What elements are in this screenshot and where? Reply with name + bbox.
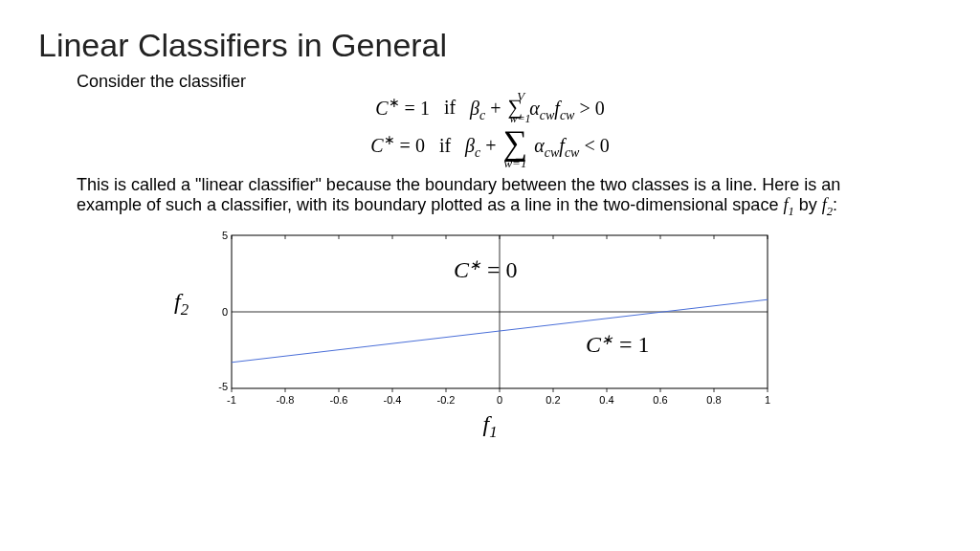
svg-text:C∗ = 1: C∗ = 1	[586, 332, 650, 357]
svg-text:5: 5	[222, 230, 228, 241]
eq2-sum-lower: w=1	[503, 157, 528, 169]
eq2-star: ∗	[384, 133, 395, 147]
svg-text:-0.2: -0.2	[437, 394, 456, 406]
eq2-if: if	[430, 135, 460, 156]
page-title: Linear Classifiers in General	[38, 27, 942, 64]
eq1-sum-upper: V	[517, 90, 524, 102]
svg-text:-0.8: -0.8	[277, 394, 295, 406]
region-c0: C∗ = 0	[454, 257, 518, 282]
body-colon: :	[833, 195, 837, 214]
eq1-f-sub: cw	[560, 107, 575, 121]
eq1-equals: =	[405, 97, 420, 118]
sigma-icon: ∑	[503, 125, 528, 160]
y-axis-label: f2	[174, 289, 189, 320]
eq1-beta: β	[470, 97, 479, 118]
eq1-alpha: α	[529, 97, 540, 118]
eq2-alpha-sub: cw	[545, 145, 560, 160]
eq1-star: ∗	[389, 96, 400, 110]
eq2-equals: =	[400, 135, 415, 156]
svg-text:0.2: 0.2	[546, 394, 560, 406]
slide: Linear Classifiers in General Consider t…	[0, 0, 980, 551]
svg-text:-0.6: -0.6	[330, 394, 348, 406]
eq1-plus: +	[490, 97, 501, 118]
svg-text:0.8: 0.8	[706, 394, 721, 406]
svg-text:0.4: 0.4	[599, 394, 613, 406]
chart: f2	[203, 226, 777, 438]
eq1-sum-lower: w=1	[509, 113, 530, 124]
svg-text:-0.4: -0.4	[384, 394, 402, 406]
svg-text:1: 1	[765, 394, 770, 406]
eq2-beta-sub: c	[475, 145, 480, 160]
eq2-plus: +	[485, 135, 496, 156]
svg-text:0: 0	[497, 394, 502, 406]
eq1-zero: 0	[595, 97, 605, 118]
eq2-cmp: <	[584, 135, 599, 156]
eq1-sum: ∑ V w=1	[508, 97, 523, 118]
chart-svg: -1 -0.8 -0.6 -0.4 -0.2 0 0.2 0.4 0.6 0.8…	[203, 226, 777, 417]
eq2-sum: ∑ w=1	[503, 125, 528, 169]
eq1-cmp: >	[579, 97, 594, 118]
body-by: by	[794, 195, 822, 214]
eq1-val: 1	[420, 97, 430, 118]
eq2-C: C	[370, 135, 383, 156]
eq2-zero: 0	[600, 135, 610, 156]
x-tick-labels: -1 -0.8 -0.6 -0.4 -0.2 0 0.2 0.4 0.6 0.8…	[227, 394, 770, 406]
svg-text:-5: -5	[218, 381, 228, 392]
x-axis-label: f1	[482, 411, 497, 442]
equation-1: C∗ = 1 if βc + ∑ V w=1 αcwfcw > 0	[38, 95, 942, 123]
svg-text:0: 0	[222, 306, 228, 318]
eq1-if: if	[434, 97, 465, 118]
body-a: This is called a "linear classifier" bec…	[77, 175, 840, 214]
equation-2: C∗ = 0 if βc + ∑ w=1 αcwfcw < 0	[38, 125, 942, 169]
y-tick-labels: 5 0 -5	[218, 230, 228, 392]
intro-text: Consider the classifier	[77, 72, 903, 92]
region-c1: C∗ = 1	[586, 332, 650, 357]
svg-text:C∗ = 0: C∗ = 0	[454, 257, 518, 282]
eq2-beta: β	[465, 135, 475, 156]
eq1-beta-sub: c	[479, 107, 485, 121]
body-text: This is called a "linear classifier" bec…	[77, 175, 903, 218]
svg-text:0.6: 0.6	[653, 394, 667, 406]
eq2-f-sub: cw	[565, 145, 580, 160]
eq1-alpha-sub: cw	[540, 107, 555, 121]
svg-text:-1: -1	[227, 394, 236, 406]
eq2-val: 0	[415, 135, 425, 156]
eq2-alpha: α	[534, 135, 545, 156]
eq1-C: C	[375, 97, 388, 118]
